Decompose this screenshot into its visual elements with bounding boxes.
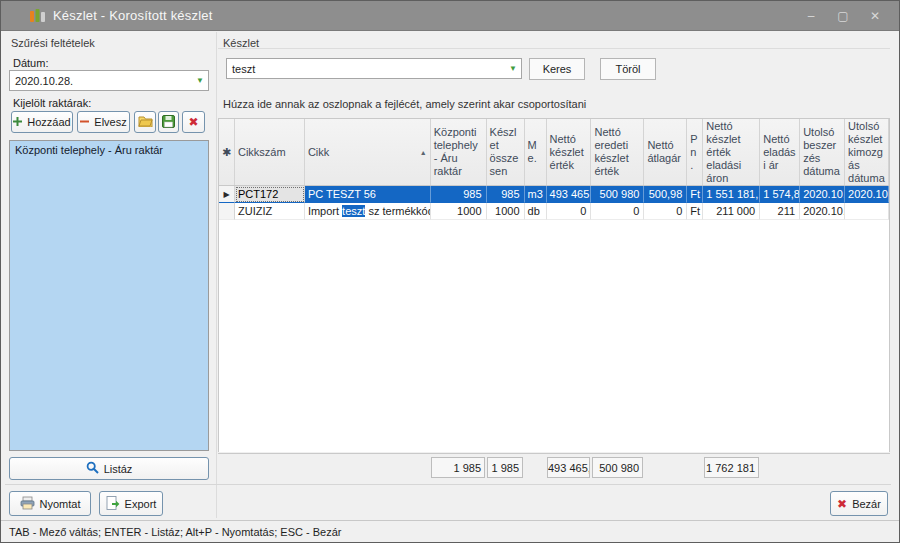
warehouse-listbox[interactable]: Központi telephely - Áru raktár xyxy=(9,140,209,451)
cell-kozponti[interactable]: 985 xyxy=(431,186,487,203)
search-combobox[interactable]: teszt ▼ xyxy=(226,58,522,79)
summary-cell-me xyxy=(524,454,546,483)
summary-cell-indicator xyxy=(218,454,234,483)
column-header-eladasi_ar[interactable]: Nettó eladási ár xyxy=(760,119,800,185)
status-text: TAB - Mező váltás; ENTER - Listáz; Alt+P… xyxy=(9,526,341,538)
column-header-label: Utolsó beszerzés dátuma xyxy=(803,126,841,178)
cell-cikk[interactable]: PC TESZT 56 xyxy=(305,186,431,203)
dialog-window: Készlet - Korosított készlet – ▢ ✕ Szűré… xyxy=(0,0,900,543)
column-header-label: Nettó készlet érték xyxy=(550,133,588,172)
date-combobox[interactable]: 2020.10.28. ▼ xyxy=(9,70,209,91)
print-button-label: Nyomtat xyxy=(40,498,81,510)
list-item[interactable]: Központi telephely - Áru raktár xyxy=(10,141,208,159)
cell-netto_keszlet[interactable]: 493 465,3 xyxy=(547,186,592,203)
cell-beszerzes[interactable]: 2020.10. xyxy=(800,186,845,203)
cell-kozponti[interactable]: 1000 xyxy=(431,203,487,220)
cell-osszesen[interactable]: 985 xyxy=(487,186,525,203)
remove-warehouse-button[interactable]: Elvesz xyxy=(77,111,130,133)
cell-cikkszam[interactable]: PCT172 xyxy=(235,186,305,203)
column-header-label: Cikkszám xyxy=(238,146,301,159)
cell-osszesen[interactable]: 1000 xyxy=(487,203,525,220)
close-button[interactable]: ✖ Bezár xyxy=(830,491,888,516)
column-header-cikk[interactable]: Cikk▲ xyxy=(305,119,431,185)
column-header-label: Nettó készlet érték eladási áron xyxy=(706,120,756,185)
list-button[interactable]: Listáz xyxy=(9,457,209,480)
chevron-down-icon[interactable]: ▼ xyxy=(505,64,521,73)
add-warehouse-button[interactable]: Hozzáad xyxy=(11,111,73,133)
cell-beszerzes[interactable]: 2020.10. xyxy=(800,203,845,220)
column-header-netto_keszlet[interactable]: Nettó készlet érték xyxy=(547,119,592,185)
cell-netto_eredeti[interactable]: 500 980 xyxy=(591,186,644,203)
grid-body: ▶PCT172PC TESZT 56985985m3493 465,3500 9… xyxy=(219,186,889,220)
summary-cell-beszerzes xyxy=(800,454,845,483)
column-header-kimozgas[interactable]: Utolsó készlet kimozgás dátuma xyxy=(845,119,889,185)
sort-ascending-icon: ▲ xyxy=(420,149,427,156)
column-header-netto_eredeti[interactable]: Nettó eredeti készlet érték xyxy=(591,119,644,185)
search-match-highlight: teszt xyxy=(342,205,365,217)
cell-netto_eredeti[interactable]: 0 xyxy=(591,203,644,220)
cell-elad_aron[interactable]: 211 000 xyxy=(703,203,760,220)
cell-atlagar[interactable]: 0 xyxy=(644,203,687,220)
export-button[interactable]: Export xyxy=(99,491,163,516)
column-header-beszerzes[interactable]: Utolsó beszerzés dátuma xyxy=(800,119,845,185)
date-label: Dátum: xyxy=(13,57,48,69)
cell-cikk[interactable]: Import teszt sz termékkód xyxy=(305,203,431,220)
cell-indicator[interactable]: ▶ xyxy=(219,186,235,203)
column-header-osszesen[interactable]: Készlet összesen xyxy=(487,119,525,185)
summary-cell-atlagar xyxy=(644,454,687,483)
date-value: 2020.10.28. xyxy=(10,75,192,87)
print-button[interactable]: Nyomtat xyxy=(9,491,91,516)
column-header-label: Készlet összesen xyxy=(490,126,521,178)
clear-search-label: Töröl xyxy=(615,63,640,75)
cell-cikkszam[interactable]: ZUIZIZ xyxy=(235,203,305,220)
cell-kimozgas[interactable] xyxy=(845,203,889,220)
panel-divider xyxy=(216,32,217,518)
column-header-cikkszam[interactable]: Cikkszám xyxy=(235,119,305,185)
cell-eladasi_ar[interactable]: 211 xyxy=(760,203,800,220)
column-header-atlagar[interactable]: Nettó átlagár xyxy=(644,119,687,185)
cell-kimozgas[interactable]: 2020.10.27 xyxy=(845,186,889,203)
summary-cell-netto_eredeti: 500 980 xyxy=(591,454,644,483)
cell-atlagar[interactable]: 500,98 xyxy=(644,186,687,203)
column-header-pn[interactable]: Pn. xyxy=(687,119,703,185)
red-x-icon: ✖ xyxy=(837,497,847,511)
cell-indicator[interactable] xyxy=(219,203,235,220)
red-x-icon: ✖ xyxy=(188,115,198,129)
column-header-me[interactable]: Me. xyxy=(525,119,547,185)
stock-caption-line xyxy=(218,48,890,49)
column-header-indicator[interactable]: ✱ xyxy=(219,119,235,185)
clear-selection-button[interactable]: ✖ xyxy=(182,111,205,133)
column-header-label: Pn. xyxy=(690,133,699,172)
open-selection-button[interactable] xyxy=(134,111,156,133)
cell-me[interactable]: m3 xyxy=(525,186,547,203)
filter-group-caption: Szűrési feltételek xyxy=(11,37,95,49)
cell-pn[interactable]: Ft xyxy=(687,186,703,203)
close-window-button[interactable]: ✕ xyxy=(859,9,891,23)
cell-eladasi_ar[interactable]: 1 574,8 xyxy=(760,186,800,203)
cell-me[interactable]: db xyxy=(525,203,547,220)
column-header-elad_aron[interactable]: Nettó készlet érték eladási áron xyxy=(703,119,760,185)
search-button[interactable]: Keres xyxy=(529,58,585,80)
cell-elad_aron[interactable]: 1 551 181,1 xyxy=(703,186,760,203)
column-header-kozponti[interactable]: Központi telephely - Áru raktár xyxy=(431,119,487,185)
maximize-button[interactable]: ▢ xyxy=(827,9,859,23)
clear-search-button[interactable]: Töröl xyxy=(600,58,656,80)
summary-cell-elad_aron: 1 762 181 xyxy=(703,454,760,483)
chevron-down-icon[interactable]: ▼ xyxy=(192,76,208,85)
list-button-label: Listáz xyxy=(104,463,133,475)
warehouses-label: Kijelölt raktárak: xyxy=(13,97,91,109)
stock-grid: ✱CikkszámCikk▲Központi telephely - Áru r… xyxy=(218,118,890,452)
cell-text: Import xyxy=(308,205,342,217)
column-header-label: Utolsó készlet kimozgás dátuma xyxy=(848,120,885,185)
title-bar: Készlet - Korosított készlet – ▢ ✕ xyxy=(1,1,899,31)
minimize-button[interactable]: – xyxy=(795,9,827,23)
summary-cell-netto_keszlet: 493 465,3 xyxy=(546,454,591,483)
cell-pn[interactable]: Ft xyxy=(687,203,703,220)
save-selection-button[interactable] xyxy=(158,111,179,133)
footer-divider xyxy=(5,484,891,485)
close-button-label: Bezár xyxy=(852,498,881,510)
cell-netto_keszlet[interactable]: 0 xyxy=(547,203,592,220)
table-row[interactable]: ▶PCT172PC TESZT 56985985m3493 465,3500 9… xyxy=(219,186,889,203)
summary-cell-pn xyxy=(687,454,703,483)
table-row[interactable]: ZUIZIZImport teszt sz termékkód10001000d… xyxy=(219,203,889,220)
